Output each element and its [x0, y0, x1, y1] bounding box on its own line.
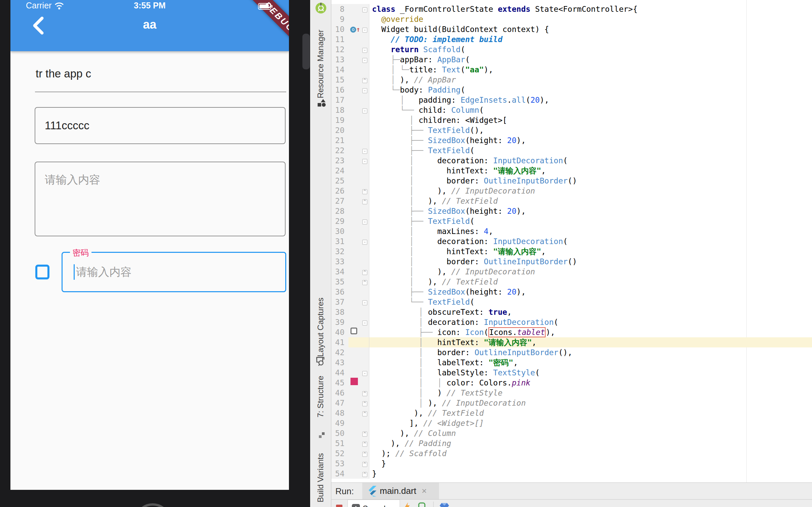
code-line[interactable]: 54^}: [331, 469, 812, 479]
fold-end-icon[interactable]: ^: [362, 199, 367, 204]
fold-end-icon[interactable]: ^: [362, 472, 367, 477]
fold-collapse-icon[interactable]: -: [362, 7, 367, 12]
code-line[interactable]: 24 │ hintText: "请输入内容",: [331, 166, 812, 176]
code-line[interactable]: 38 │ obscureText: true,: [331, 307, 812, 317]
line-number: 30: [331, 226, 348, 236]
code-line[interactable]: 26^ │ ), // InputDecoration: [331, 186, 812, 196]
line-number: 43: [331, 358, 348, 368]
code-line[interactable]: 36 ├── SizedBox(height: 20),: [331, 287, 812, 297]
code-line[interactable]: 15^ │ ), // AppBar: [331, 75, 812, 85]
code-line[interactable]: 30 │ maxLines: 4,: [331, 226, 812, 236]
fold-end-icon[interactable]: ^: [362, 280, 367, 285]
code-line[interactable]: 34^ │ ), // InputDecoration: [331, 267, 812, 277]
code-line[interactable]: 29- ├── TextField(: [331, 216, 812, 226]
fold-collapse-icon[interactable]: -: [362, 88, 367, 93]
code-line[interactable]: 10o↑- Widget build(BuildContext context)…: [331, 24, 812, 34]
structure-icon[interactable]: [318, 432, 326, 439]
code-line[interactable]: 40 ├── icon: Icon(Icons.tablet),: [331, 327, 812, 337]
fold-end-icon[interactable]: ^: [362, 452, 367, 457]
code-line[interactable]: 16- └─body: Padding(: [331, 85, 812, 95]
fold-collapse-icon[interactable]: -: [362, 320, 367, 326]
fold-end-icon[interactable]: ^: [362, 462, 367, 467]
fold-end-icon[interactable]: ^: [362, 270, 367, 275]
fold-end-icon[interactable]: ^: [362, 411, 367, 416]
code-line[interactable]: 17 │ padding: EdgeInsets.all(20),: [331, 95, 812, 105]
code-line[interactable]: 12- return Scaffold(: [331, 44, 812, 55]
close-tab-icon[interactable]: ×: [421, 486, 427, 496]
code-line[interactable]: 46^ │ ) // TextStyle: [331, 388, 812, 398]
code-line[interactable]: 21 ├── SizedBox(height: 20),: [331, 135, 812, 145]
fold-end-icon[interactable]: ^: [362, 432, 367, 437]
run-tab-main-dart[interactable]: main.dart ×: [362, 483, 439, 499]
code-line[interactable]: 42 │ border: OutlineInputBorder(),: [331, 347, 812, 358]
code-line[interactable]: 20 ├── TextField(),: [331, 125, 812, 135]
code-line[interactable]: 44- │ labelStyle: TextStyle(: [331, 368, 812, 378]
code-line[interactable]: 32 │ hintText: "请输入内容",: [331, 246, 812, 257]
code-line[interactable]: 39- │ decoration: InputDecoration(: [331, 317, 812, 327]
dart-gem-icon[interactable]: [440, 502, 449, 507]
code-line[interactable]: 37- └── TextField(: [331, 297, 812, 307]
fold-end-icon[interactable]: ^: [362, 391, 367, 396]
code-line[interactable]: 9 @override: [331, 14, 812, 24]
code-line-current[interactable]: 41 │ hintText: "请输入内容",: [331, 337, 812, 347]
layout-captures-icon[interactable]: [316, 356, 326, 366]
stripe-item-layout-captures[interactable]: Layout Captures: [316, 298, 326, 357]
hot-reload-icon[interactable]: [404, 502, 411, 507]
gutter-icon-cell: o↑: [348, 24, 361, 34]
stripe-item-build-variants[interactable]: Build Variants: [316, 453, 326, 502]
fold-collapse-icon[interactable]: -: [362, 58, 367, 63]
code-line[interactable]: 47^ │ ), // InputDecoration: [331, 398, 812, 408]
fold-collapse-icon[interactable]: -: [362, 371, 367, 376]
resource-manager-icon[interactable]: [317, 98, 326, 108]
fold-collapse-icon[interactable]: -: [362, 28, 367, 33]
code-line[interactable]: 25 │ border: OutlineInputBorder(): [331, 176, 812, 186]
code-line[interactable]: 22- ├── TextField(: [331, 145, 812, 156]
gutter-icon-cell: [348, 327, 361, 337]
code-line[interactable]: 31- │ decoration: InputDecoration(: [331, 236, 812, 246]
color-preview-pink[interactable]: [350, 378, 358, 385]
line-number: 14: [331, 65, 348, 75]
password-field[interactable]: 密码 请输入内容: [62, 252, 286, 292]
code-line[interactable]: 23- │ decoration: InputDecoration(: [331, 156, 812, 166]
code-line[interactable]: 27^ │ ), // TextField: [331, 196, 812, 206]
fold-collapse-icon[interactable]: -: [362, 240, 367, 245]
overrides-method-icon[interactable]: o: [350, 27, 356, 33]
fold-collapse-icon[interactable]: -: [362, 149, 367, 154]
fold-end-icon[interactable]: ^: [362, 401, 367, 406]
code-line[interactable]: 14 │ └─title: Text("aa"),: [331, 65, 812, 75]
code-line[interactable]: 43 │ labelText: "密码",: [331, 358, 812, 368]
code-line[interactable]: 18- └── child: Column(: [331, 105, 812, 115]
hot-restart-icon[interactable]: [418, 502, 426, 507]
code-line[interactable]: 49 ], // <Widget>[]: [331, 418, 812, 428]
code-line[interactable]: 8-class _FormControllerState extends Sta…: [331, 4, 812, 14]
fold-collapse-icon[interactable]: -: [362, 300, 367, 305]
fold-end-icon[interactable]: ^: [362, 78, 367, 83]
code-line[interactable]: 35^ │ ), // TextField: [331, 277, 812, 287]
fold-collapse-icon[interactable]: -: [362, 108, 367, 113]
code-line[interactable]: 48^ ), // TextField: [331, 408, 812, 418]
code-line[interactable]: 52^ ); // Scaffold: [331, 448, 812, 459]
stripe-item-structure[interactable]: 7: Structure: [316, 376, 326, 417]
fold-end-icon[interactable]: ^: [362, 189, 367, 194]
code-line[interactable]: 13- ├─appBar: AppBar(: [331, 55, 812, 65]
code-line[interactable]: 19 │ children: <Widget>[: [331, 115, 812, 125]
text-field-2[interactable]: 请输入内容: [35, 162, 286, 236]
fold-collapse-icon[interactable]: -: [362, 159, 367, 164]
fold-collapse-icon[interactable]: -: [362, 48, 367, 53]
code-line[interactable]: 53^ }: [331, 459, 812, 469]
fold-end-icon[interactable]: ^: [362, 442, 367, 447]
code-line[interactable]: 11 // TODO: implement build: [331, 34, 812, 44]
stop-icon[interactable]: [336, 505, 342, 507]
stripe-item-resource-manager[interactable]: Resource Manager: [316, 30, 326, 98]
console-tab[interactable]: Search: [347, 500, 400, 507]
code-line[interactable]: 33 │ border: OutlineInputBorder(): [331, 257, 812, 267]
code-line[interactable]: 45 │ │ color: Colors.pink: [331, 378, 812, 388]
code-editor[interactable]: 8-class _FormControllerState extends Sta…: [331, 0, 812, 482]
icon-preview-tablet[interactable]: [350, 328, 357, 334]
android-studio-icon[interactable]: [315, 2, 327, 14]
code-line[interactable]: 51^ ), // Padding: [331, 438, 812, 448]
text-field-1[interactable]: 111ccccc: [35, 107, 286, 144]
code-line[interactable]: 28 ├── SizedBox(height: 20),: [331, 206, 812, 216]
code-line[interactable]: 50^ ), // Column: [331, 428, 812, 438]
fold-collapse-icon[interactable]: -: [362, 219, 367, 225]
